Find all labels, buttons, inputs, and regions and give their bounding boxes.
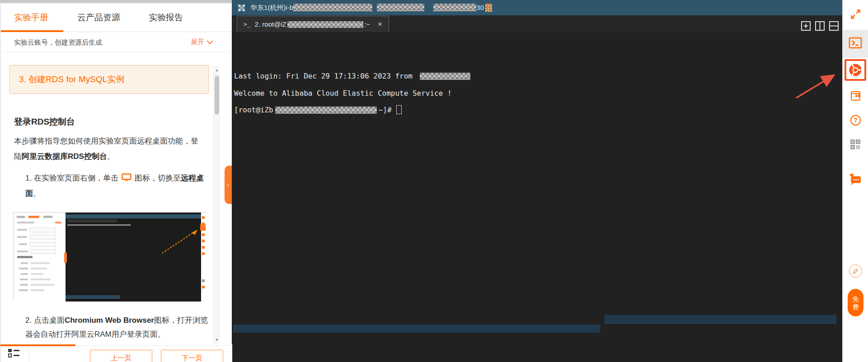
thumb-decor bbox=[43, 216, 52, 218]
thumbnail-terminal-area bbox=[66, 213, 201, 302]
thumb-decor bbox=[17, 236, 27, 238]
free-badge[interactable]: 免 费 bbox=[848, 289, 863, 316]
instance-title-suffix: 30 bbox=[476, 4, 484, 11]
help-button[interactable]: ? bbox=[843, 114, 868, 126]
thumb-decor bbox=[64, 252, 67, 263]
thumb-decor bbox=[17, 256, 33, 258]
split-vertical-button[interactable] bbox=[815, 21, 825, 31]
scroll-up-arrow[interactable]: ▲ bbox=[214, 67, 220, 73]
remote-desktop-button[interactable] bbox=[845, 59, 866, 81]
emoji-mosaic bbox=[485, 4, 492, 12]
thumb-decor bbox=[28, 216, 39, 218]
chevron-down-icon bbox=[206, 40, 213, 45]
next-page-button[interactable]: 下一页 bbox=[161, 350, 223, 362]
section-title-box[interactable]: 3. 创建RDS for MySQL实例 bbox=[9, 65, 209, 94]
expand-button[interactable]: 展开 bbox=[191, 32, 213, 52]
thumb-decor bbox=[202, 246, 205, 249]
thumb-decor bbox=[200, 224, 206, 231]
masked-block bbox=[377, 4, 424, 11]
manual-book-button[interactable] bbox=[843, 90, 868, 102]
intro-bold: 阿里云数据库RDS控制台 bbox=[22, 152, 107, 161]
footer-divider bbox=[29, 346, 29, 362]
fullscreen-button[interactable] bbox=[843, 8, 868, 20]
manual-panel: 实验手册 云产品资源 实验报告 实验云账号，创建资源后生成 展开 3. 创建RD… bbox=[0, 0, 232, 362]
prev-page-button[interactable]: 上一页 bbox=[90, 350, 152, 362]
thumb-decor bbox=[30, 249, 56, 254]
thumbnail-resource-panel bbox=[14, 213, 66, 302]
masked-block bbox=[433, 4, 476, 11]
thumb-decor bbox=[66, 295, 120, 299]
scroll-down-arrow[interactable]: ▼ bbox=[214, 337, 220, 343]
thumb-decor bbox=[202, 252, 205, 255]
terminal-panel[interactable]: 华东1(杭州)i-b 30 >_ 2. root@iZ:~ × bbox=[232, 0, 842, 362]
tab-lab-report[interactable]: 实验报告 bbox=[149, 3, 183, 32]
chat-robot-icon bbox=[849, 173, 862, 186]
thumb-decor bbox=[67, 219, 117, 223]
manual-footer: 上一页 下一页 bbox=[0, 344, 232, 362]
thumb-decor bbox=[31, 262, 50, 264]
chat-robot-button[interactable] bbox=[843, 173, 868, 186]
panel-collapse-handle[interactable]: ‹ bbox=[225, 166, 232, 204]
intro-period: 。 bbox=[107, 152, 115, 161]
thumb-decor bbox=[31, 278, 51, 280]
step-list-item-1: 1. 在实验室页面右侧，单击 图标，切换至远程桌面。 bbox=[25, 171, 208, 201]
step2-text-a: 点击桌面 bbox=[34, 316, 65, 325]
new-terminal-button[interactable] bbox=[801, 21, 811, 31]
line-welcome: Welcome to Alibaba Cloud Elastic Compute… bbox=[234, 88, 452, 98]
remote-desktop-chrome-icon bbox=[848, 62, 863, 78]
window-top-strip bbox=[0, 0, 232, 3]
terminal-header: 华东1(杭州)i-b 30 bbox=[232, 0, 842, 15]
toc-button[interactable] bbox=[8, 348, 20, 359]
step2-number: 2. bbox=[25, 316, 32, 325]
line-last-login: Last login: Fri Dec 29 17:13:06 2023 fro… bbox=[234, 71, 470, 81]
thumb-decor bbox=[21, 262, 28, 264]
account-note-text: 实验云账号，创建资源后生成 bbox=[14, 32, 102, 52]
thumb-decor bbox=[202, 286, 205, 288]
tab-lab-manual[interactable]: 实验手册 bbox=[14, 3, 48, 32]
thumb-decor bbox=[17, 251, 28, 252]
article-heading: 登录RDS控制台 bbox=[14, 116, 75, 128]
progress-bar bbox=[0, 344, 75, 346]
thumb-decor bbox=[202, 216, 205, 219]
manual-book-icon bbox=[849, 90, 862, 102]
terminal-tabbar: >_ 2. root@iZ:~ × bbox=[232, 15, 842, 32]
qr-code-button[interactable] bbox=[843, 139, 868, 150]
progress-track bbox=[75, 345, 232, 346]
terminal-tab[interactable]: >_ 2. root@iZ:~ × bbox=[237, 16, 389, 32]
step1-text-a: 在实验室页面右侧，单击 bbox=[34, 174, 118, 182]
terminal-prompt-icon: >_ bbox=[244, 21, 251, 28]
qr-code-icon bbox=[849, 139, 861, 150]
tab-close-icon[interactable]: × bbox=[378, 20, 382, 29]
expand-label: 展开 bbox=[191, 38, 204, 46]
thumb-decor bbox=[30, 227, 56, 232]
intro-paragraph: 本步骤将指导您如何使用实验室页面远程桌面功能，登陆阿里云数据库RDS控制台。 bbox=[14, 134, 206, 164]
thumb-decor bbox=[31, 284, 54, 286]
thumb-decor bbox=[31, 289, 44, 291]
monitor-icon bbox=[122, 173, 131, 181]
manual-scrollbar[interactable]: ▲ ▼ bbox=[213, 66, 220, 344]
tab-cloud-resources[interactable]: 云产品资源 bbox=[77, 3, 120, 32]
terminal-body[interactable]: Last login: Fri Dec 29 17:13:06 2023 fro… bbox=[232, 32, 842, 362]
prompt-prefix: [root@iZb bbox=[234, 106, 273, 114]
split-horizontal-button[interactable] bbox=[829, 21, 839, 31]
tab-title-prefix: 2. root@iZ bbox=[255, 20, 286, 28]
right-sidebar: ? bbox=[842, 0, 868, 362]
manual-tabs: 实验手册 云产品资源 实验报告 bbox=[0, 3, 232, 32]
manual-content: 3. 创建RDS for MySQL实例 登录RDS控制台 本步骤将指导您如何使… bbox=[0, 52, 213, 344]
free-badge-char-2: 费 bbox=[853, 303, 859, 311]
selection-highlight bbox=[233, 325, 600, 333]
thumb-decor bbox=[20, 284, 28, 286]
account-note-row: 实验云账号，创建资源后生成 展开 bbox=[0, 32, 232, 52]
thumb-decor bbox=[19, 243, 27, 245]
web-terminal-button[interactable] bbox=[843, 37, 868, 49]
app-root: 实验手册 云产品资源 实验报告 实验云账号，创建资源后生成 展开 3. 创建RD… bbox=[0, 0, 868, 362]
fit-screen-icon[interactable] bbox=[238, 4, 245, 12]
step2-bold: Chromium Web Browser bbox=[65, 316, 154, 325]
prompt-suffix: ~]# bbox=[379, 106, 392, 114]
tutorial-screenshot-thumbnail bbox=[13, 212, 206, 301]
feedback-button[interactable] bbox=[849, 265, 862, 278]
scroll-thumb[interactable] bbox=[215, 76, 219, 115]
thumb-decor bbox=[31, 268, 47, 269]
web-terminal-icon bbox=[849, 37, 862, 49]
free-badge-char-1: 免 bbox=[853, 295, 859, 303]
